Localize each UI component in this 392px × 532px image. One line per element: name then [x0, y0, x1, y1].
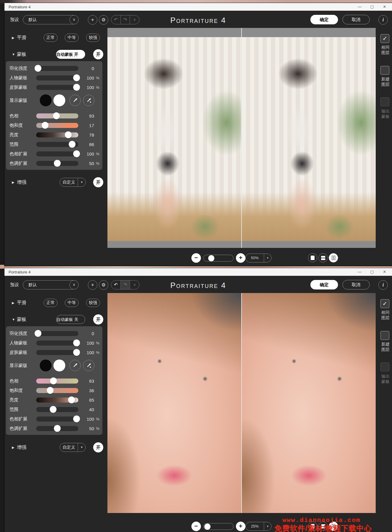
output-mask-checkbox[interactable] — [380, 362, 389, 371]
zoom-in-button[interactable]: + — [236, 253, 245, 263]
hue-slider[interactable] — [36, 113, 78, 118]
new-layer-checkbox[interactable] — [380, 331, 389, 340]
skin-mask-slider[interactable] — [36, 85, 78, 90]
hue-extend-slider[interactable] — [36, 417, 78, 422]
preview-area[interactable] — [107, 28, 376, 248]
smoothing-normal-button[interactable]: 正常 — [44, 299, 58, 307]
redo-icon[interactable]: ↷ — [121, 15, 130, 24]
slider-knob[interactable] — [42, 122, 48, 129]
eyedropper-icon[interactable] — [69, 95, 81, 106]
output-mask-checkbox[interactable] — [380, 97, 389, 106]
slider-knob[interactable] — [54, 425, 61, 432]
smoothing-normal-button[interactable]: 正常 — [44, 34, 58, 42]
zoom-slider-knob[interactable] — [204, 523, 211, 530]
redo-icon[interactable]: ↷ — [121, 281, 130, 289]
mask-power-toggle[interactable]: 开 — [93, 314, 103, 324]
slider-knob[interactable] — [54, 160, 61, 167]
enhance-power-toggle[interactable]: 开 — [93, 177, 103, 187]
expanded-arrow-icon[interactable]: ▼ — [12, 53, 16, 56]
ok-button[interactable]: 确定 — [310, 15, 338, 24]
collapsed-arrow-icon[interactable]: ▶ — [12, 180, 16, 184]
before-image[interactable] — [107, 293, 241, 513]
chevron-down-icon[interactable]: ∨ — [69, 280, 79, 289]
slider-knob[interactable] — [73, 416, 80, 422]
smoothing-medium-button[interactable]: 中等 — [65, 299, 79, 307]
preset-dropdown[interactable]: 默认 ∨ — [23, 15, 79, 24]
new-layer-checkbox[interactable] — [380, 66, 389, 75]
gear-icon[interactable]: ⚙ — [99, 280, 108, 290]
zoom-out-button[interactable]: − — [191, 253, 201, 263]
slider-knob[interactable] — [47, 387, 53, 394]
same-layer-checkbox[interactable]: ✓ — [380, 34, 389, 43]
eyedropper-icon[interactable] — [69, 360, 81, 371]
undo-icon[interactable]: ↶ — [111, 15, 121, 24]
zoom-slider-knob[interactable] — [208, 255, 215, 261]
slider-knob[interactable] — [34, 330, 41, 337]
enhance-power-toggle[interactable]: 开 — [93, 442, 103, 452]
slider-knob[interactable] — [73, 75, 80, 81]
tone-extend-slider[interactable] — [36, 161, 78, 166]
zoom-slider[interactable] — [203, 255, 234, 262]
feather-slider[interactable] — [36, 66, 78, 71]
slider-knob[interactable] — [73, 84, 80, 91]
enhance-section-header[interactable]: ▶ 增强 自定义 ▾ 开 — [4, 443, 107, 452]
minimize-icon[interactable]: — — [353, 268, 366, 276]
maximize-icon[interactable]: ▢ — [366, 3, 378, 11]
cancel-button[interactable]: 取消 — [342, 15, 370, 24]
saturation-slider[interactable] — [36, 123, 78, 128]
ok-button[interactable]: 确定 — [310, 280, 338, 289]
slider-knob[interactable] — [73, 340, 80, 346]
collapsed-arrow-icon[interactable]: ▶ — [12, 301, 16, 305]
minimize-icon[interactable]: — — [353, 3, 366, 11]
after-image[interactable] — [242, 293, 376, 513]
slider-knob[interactable] — [69, 141, 75, 148]
preset-dropdown[interactable]: 默认 ∨ — [23, 280, 79, 289]
add-preset-button[interactable]: + — [88, 280, 97, 290]
luminance-slider[interactable] — [36, 398, 78, 403]
person-mask-slider[interactable] — [36, 341, 78, 346]
preview-area[interactable] — [107, 293, 376, 513]
dropdown-arrow-icon[interactable]: ▾ — [264, 522, 271, 531]
zoom-level-dropdown[interactable]: 25% ▾ — [245, 522, 272, 531]
view-split-vertical-button[interactable] — [329, 253, 338, 262]
zoom-out-button[interactable]: − — [191, 522, 201, 531]
smoothing-medium-button[interactable]: 中等 — [65, 34, 79, 42]
hue-extend-slider[interactable] — [36, 151, 78, 156]
gear-icon[interactable]: ⚙ — [99, 15, 108, 25]
history-chevron-icon[interactable]: ∨ — [130, 15, 139, 24]
auto-mask-button[interactable]: 自动蒙板 开 — [56, 50, 85, 59]
slider-knob[interactable] — [65, 132, 72, 138]
white-swatch[interactable] — [53, 360, 65, 371]
luminance-slider[interactable] — [36, 132, 78, 137]
chevron-down-icon[interactable]: ∨ — [69, 15, 79, 24]
undo-icon[interactable]: ↶ — [111, 281, 121, 289]
feather-slider[interactable] — [36, 331, 78, 336]
skin-mask-slider[interactable] — [36, 350, 78, 355]
history-chevron-icon[interactable]: ∨ — [130, 281, 139, 289]
slider-knob[interactable] — [50, 406, 56, 413]
tone-extend-slider[interactable] — [36, 426, 78, 431]
split-divider[interactable] — [241, 28, 242, 248]
smoothing-section-header[interactable]: ▶ 平滑 正常 中等 较强 — [4, 33, 107, 42]
smoothing-section-header[interactable]: ▶ 平滑 正常 中等 较强 — [4, 298, 107, 307]
black-swatch[interactable] — [40, 94, 52, 106]
slider-knob[interactable] — [34, 65, 41, 72]
before-image[interactable] — [107, 28, 241, 248]
smoothing-strong-button[interactable]: 较强 — [86, 299, 100, 307]
add-preset-button[interactable]: + — [88, 15, 97, 25]
split-divider[interactable] — [241, 293, 242, 513]
collapsed-arrow-icon[interactable]: ▶ — [12, 36, 16, 40]
collapsed-arrow-icon[interactable]: ▶ — [12, 446, 16, 449]
eyedropper-add-icon[interactable] — [83, 360, 94, 371]
zoom-slider[interactable] — [203, 523, 234, 530]
range-slider[interactable] — [36, 142, 78, 147]
person-mask-slider[interactable] — [36, 75, 78, 80]
eyedropper-add-icon[interactable] — [83, 95, 94, 106]
enhance-preset-dropdown[interactable]: 自定义 ▾ — [60, 178, 86, 187]
cancel-button[interactable]: 取消 — [342, 280, 370, 289]
after-image[interactable] — [242, 28, 376, 248]
zoom-in-button[interactable]: + — [236, 522, 245, 531]
slider-knob[interactable] — [53, 113, 60, 119]
mask-section-header[interactable]: ▼ 蒙板 自动蒙板 开 开 — [4, 50, 107, 59]
smoothing-strong-button[interactable]: 较强 — [86, 34, 100, 42]
